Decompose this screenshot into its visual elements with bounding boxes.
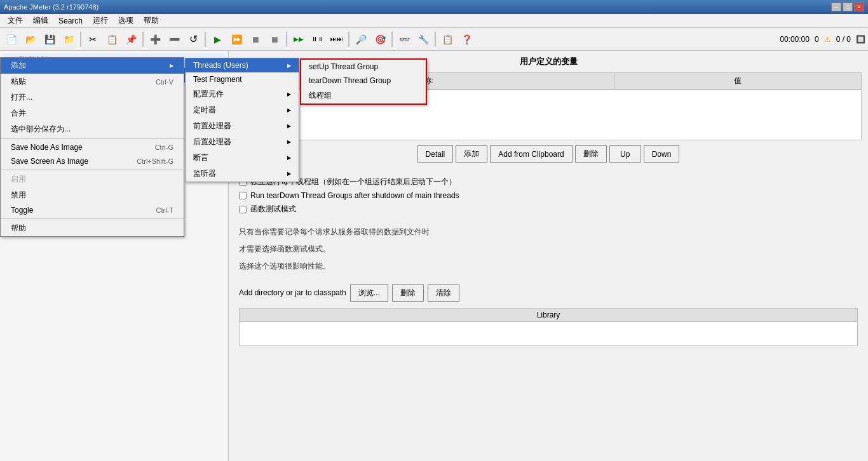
ctx-paste-label: 粘贴 [11,76,26,87]
submenu2-setup-tg[interactable]: setUp Thread Group [301,60,426,74]
copy-button[interactable]: 📋 [103,30,121,48]
delete-var-button[interactable]: 删除 [575,145,607,163]
paste-button[interactable]: 📌 [122,30,140,48]
cut-button[interactable]: ✂ [84,30,102,48]
menu-file[interactable]: 文件 [3,14,28,27]
stop-button[interactable]: ⏹ [247,30,264,48]
menu-options[interactable]: 选项 [113,14,139,27]
submenu2-thread-group[interactable]: 线程组 [301,88,426,104]
submenu2-teardown-label: tearDown Thread Group [309,76,391,85]
ctx-save-part-label: 选中部分保存为... [11,124,71,135]
add-var-button[interactable]: 添加 [456,145,487,163]
context-menu: 添加 粘贴 Ctrl-V 打开... 合并 选中部分保存为... Save No… [0,57,184,237]
close-button[interactable]: ✕ [854,3,864,11]
right-panel: 用户定义的变量 名称: 值 Detail 添加 Add from Clipboa… [229,51,868,461]
open-button[interactable]: 📂 [22,30,39,48]
remote-all-button[interactable]: ⏭⏭ [328,30,346,48]
shutdown-button[interactable]: ⏹ [266,30,283,48]
classpath-row: Add directory or jar to classpath 浏览... … [229,281,868,305]
start-button[interactable]: ▶ [208,30,226,48]
submenu1-config-label: 配置元件 [193,89,224,100]
check-section: 独立运行每个线程组（例如在一个组运行结束后启动下一个） Run tearDown… [229,168,868,224]
submenu1-pre-processor[interactable]: 前置处理器 [186,118,299,134]
submenu1-test-fragment[interactable]: Test Fragment [186,72,299,86]
down-var-button[interactable]: Down [644,145,680,163]
menu-bar: 文件 编辑 Search 运行 选项 帮助 [0,14,868,28]
submenu2-setup-label: setUp Thread Group [309,62,378,71]
reset-button[interactable]: 🔧 [414,30,432,48]
submenu1-listener[interactable]: 监听器 [186,166,299,182]
maximize-button[interactable]: □ [843,3,853,11]
ctx-open[interactable]: 打开... [1,90,184,105]
collapse-button[interactable]: ➖ [165,30,183,48]
window-title: Apache JMeter (3.2 r1790748) [4,3,98,11]
up-var-button[interactable]: Up [609,145,641,163]
list-button[interactable]: 📋 [438,30,456,48]
expand-button[interactable]: ➕ [146,30,164,48]
ctx-toggle[interactable]: Toggle Ctrl-T [1,203,184,217]
ctx-sep1 [1,138,184,139]
submenu1-post-label: 后置处理器 [193,137,231,147]
submenu1-threads[interactable]: Threads (Users) [186,58,299,72]
ctx-save-part[interactable]: 选中部分保存为... [1,121,184,137]
col-value-header: 值 [614,73,861,90]
title-bar-buttons: ─ □ ✕ [831,3,864,11]
search-button[interactable]: 👓 [395,30,413,48]
submenu-add: Threads (Users) Test Fragment 配置元件 定时器 前… [185,58,299,182]
remote-pause-button[interactable]: ⏸⏸ [309,30,327,48]
browse-button[interactable]: 浏览... [350,284,388,302]
submenu2-teardown-tg[interactable]: tearDown Thread Group [301,74,426,88]
submenu1-timer-label: 定时器 [193,105,216,116]
submenu1-test-fragment-label: Test Fragment [193,75,242,84]
new-button[interactable]: 📄 [3,30,20,48]
menu-run[interactable]: 运行 [88,14,113,27]
checkbox-teardown[interactable] [239,192,247,199]
ctx-save-node-img[interactable]: Save Node As Image Ctrl-G [1,140,184,154]
submenu1-post-processor[interactable]: 后置处理器 [186,134,299,150]
clear-button[interactable]: 🔎 [352,30,370,48]
sep3 [205,32,206,47]
submenu1-timer[interactable]: 定时器 [186,102,299,118]
ctx-add[interactable]: 添加 [1,58,184,74]
ctx-enable-label: 启用 [11,174,26,185]
sep7 [435,32,436,47]
ctx-save-screen-img[interactable]: Save Screen As Image Ctrl+Shift-G [1,154,184,168]
checkbox-teardown-label: Run tearDown Thread Groups after shutdow… [250,191,459,200]
main-area: ⚙ 测试计划 💻 工作台 添加 粘贴 Ctrl-V 打开... 合并 [0,51,868,461]
submenu1-threads-label: Threads (Users) [193,61,248,70]
check-row-3: 函数测试模式 [239,204,858,215]
submenu2-thread-label: 线程组 [309,90,332,101]
ctx-paste[interactable]: 粘贴 Ctrl-V [1,74,184,90]
saveall-button[interactable]: 📁 [60,30,78,48]
ctx-disable-label: 禁用 [11,190,26,201]
menu-search[interactable]: Search [53,15,88,27]
ctx-toggle-shortcut: Ctrl-T [156,206,174,214]
minimize-button[interactable]: ─ [831,3,841,11]
ctx-help[interactable]: 帮助 [1,220,184,236]
ctx-save-screen-shortcut: Ctrl+Shift-G [137,157,173,165]
check-row-2: Run tearDown Thread Groups after shutdow… [239,191,858,200]
clearall-button[interactable]: 🎯 [371,30,389,48]
rotate-button[interactable]: ↺ [184,30,202,48]
start-nopause-button[interactable]: ⏩ [227,30,245,48]
sep2 [142,32,144,47]
classpath-delete-button[interactable]: 删除 [392,284,424,302]
add-from-clipboard-button[interactable]: Add from Clipboard [490,145,572,163]
menu-edit[interactable]: 编辑 [28,14,53,27]
desc-text-3: 选择这个选项很影响性能。 [229,258,868,275]
checkbox-functest[interactable] [239,206,247,213]
save-button[interactable]: 💾 [41,30,58,48]
menu-help[interactable]: 帮助 [139,14,164,27]
ctx-disable[interactable]: 禁用 [1,187,184,203]
detail-button[interactable]: Detail [417,145,454,163]
timer-display: 00:00:00 [780,35,810,44]
submenu1-config[interactable]: 配置元件 [186,86,299,102]
classpath-clear-button[interactable]: 清除 [428,284,459,302]
ctx-merge[interactable]: 合并 [1,105,184,121]
checkbox-functest-label: 函数测试模式 [250,204,296,215]
submenu1-assertion[interactable]: 断言 [186,150,299,166]
submenu1-pre-label: 前置处理器 [193,121,231,131]
toolbar: 📄 📂 💾 📁 ✂ 📋 📌 ➕ ➖ ↺ ▶ ⏩ ⏹ ⏹ ▶▶ ⏸⏸ ⏭⏭ 🔎 🎯… [0,28,868,51]
remote-start-button[interactable]: ▶▶ [290,30,308,48]
help-toolbar-button[interactable]: ❓ [458,30,475,48]
